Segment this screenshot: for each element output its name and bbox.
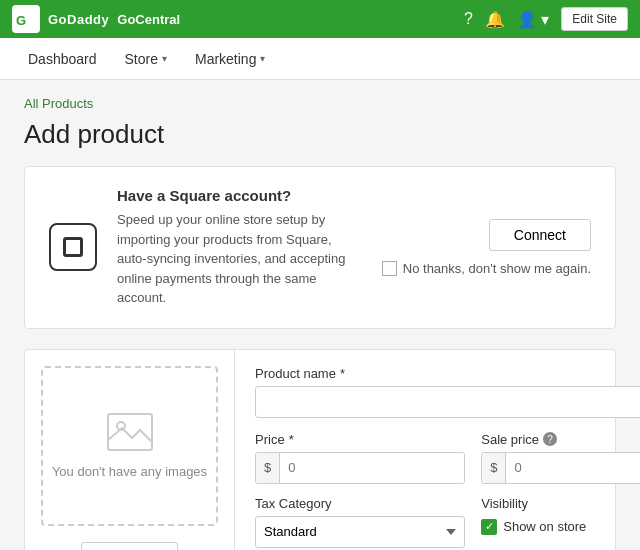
svg-rect-2 — [108, 414, 152, 450]
tax-category-label: Tax Category — [255, 496, 465, 511]
square-actions: Connect No thanks, don't show me again. — [382, 219, 591, 276]
tax-visibility-row: Tax Category Standard Visibility ✓ Show … — [255, 496, 640, 548]
price-prefix: $ — [256, 453, 280, 483]
no-thanks-checkbox[interactable] — [382, 261, 397, 276]
product-name-input[interactable] — [255, 386, 640, 418]
add-image-button[interactable]: Add Image — [81, 542, 178, 551]
secondary-navigation: Dashboard Store ▾ Marketing ▾ — [0, 38, 640, 80]
svg-text:G: G — [16, 13, 26, 28]
square-body: Speed up your online store setup by impo… — [117, 210, 362, 308]
bell-icon[interactable]: 🔔 — [485, 10, 505, 29]
godaddy-logo-icon: G — [12, 5, 40, 33]
store-chevron-icon: ▾ — [162, 53, 167, 64]
no-thanks-row: No thanks, don't show me again. — [382, 261, 591, 276]
nav-store[interactable]: Store ▾ — [113, 43, 179, 75]
visibility-label: Visibility — [481, 496, 640, 511]
product-name-label: Product name * — [255, 366, 640, 381]
required-indicator: * — [340, 366, 345, 381]
product-form-card: You don't have any images Add Image 0 im… — [24, 349, 616, 551]
price-row: Price * $ Sale price ? $ — [255, 432, 640, 484]
app-name: GoCentral — [117, 12, 180, 27]
product-name-field-group: Product name * — [255, 366, 640, 418]
visibility-row: ✓ Show on store — [481, 519, 640, 535]
edit-site-button[interactable]: Edit Site — [561, 7, 628, 31]
no-images-text: You don't have any images — [52, 464, 207, 479]
top-navigation: G GoDaddy GoCentral ? 🔔 👤 ▾ Edit Site — [0, 0, 640, 38]
price-field-group: Price * $ — [255, 432, 465, 484]
image-dropzone[interactable]: You don't have any images — [41, 366, 218, 526]
sale-price-label: Sale price ? — [481, 432, 640, 447]
nav-dashboard[interactable]: Dashboard — [16, 43, 109, 75]
user-icon[interactable]: 👤 ▾ — [517, 10, 549, 29]
nav-right: ? 🔔 👤 ▾ Edit Site — [464, 7, 628, 31]
image-placeholder-icon — [106, 412, 154, 452]
price-input[interactable] — [280, 453, 464, 483]
page-title: Add product — [24, 119, 616, 150]
marketing-chevron-icon: ▾ — [260, 53, 265, 64]
price-label: Price * — [255, 432, 465, 447]
nav-left: G GoDaddy GoCentral — [12, 5, 180, 33]
logo-area: G GoDaddy GoCentral — [12, 5, 180, 33]
square-title: Have a Square account? — [117, 187, 362, 204]
sale-price-prefix: $ — [482, 453, 506, 483]
image-upload-area: You don't have any images Add Image 0 im… — [25, 350, 235, 551]
price-required-indicator: * — [289, 432, 294, 447]
help-icon[interactable]: ? — [464, 10, 473, 28]
connect-button[interactable]: Connect — [489, 219, 591, 251]
sale-price-field-group: Sale price ? $ — [481, 432, 640, 484]
nav-marketing[interactable]: Marketing ▾ — [183, 43, 277, 75]
sale-price-input[interactable] — [506, 453, 640, 483]
no-thanks-label: No thanks, don't show me again. — [403, 261, 591, 276]
sale-price-help-icon[interactable]: ? — [543, 432, 557, 446]
tax-category-select[interactable]: Standard — [255, 516, 465, 548]
logo-text: GoDaddy — [48, 12, 109, 27]
checkmark-icon: ✓ — [485, 520, 494, 533]
square-banner: Have a Square account? Speed up your onl… — [24, 166, 616, 329]
main-content: All Products Add product Have a Square a… — [0, 80, 640, 550]
form-fields: Product name * Price * $ — [235, 350, 640, 551]
price-input-wrapper: $ — [255, 452, 465, 484]
square-logo-icon — [49, 223, 97, 271]
sale-price-input-wrapper: $ — [481, 452, 640, 484]
show-on-store-label: Show on store — [503, 519, 586, 534]
square-inner-icon — [63, 237, 83, 257]
tax-category-field-group: Tax Category Standard — [255, 496, 465, 548]
visibility-field-group: Visibility ✓ Show on store — [481, 496, 640, 548]
show-on-store-checkbox[interactable]: ✓ — [481, 519, 497, 535]
breadcrumb[interactable]: All Products — [24, 96, 616, 111]
square-description: Have a Square account? Speed up your onl… — [117, 187, 362, 308]
